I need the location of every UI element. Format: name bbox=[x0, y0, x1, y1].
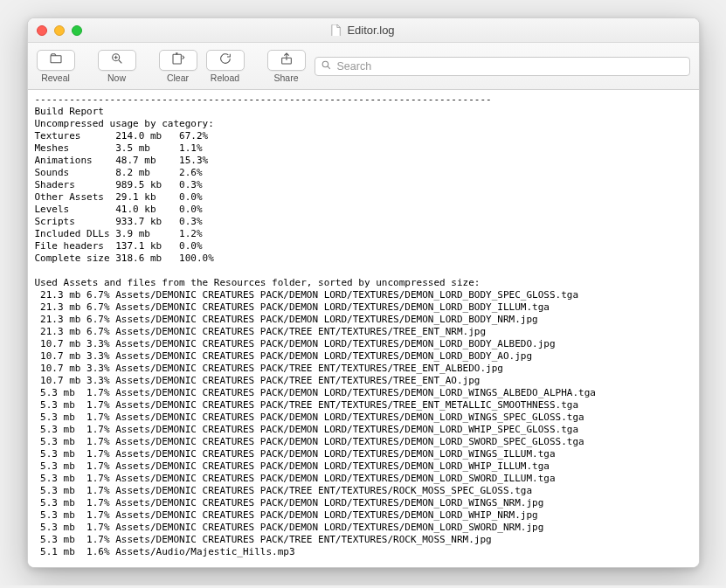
app-window: Editor.log Reveal Now bbox=[27, 17, 700, 568]
search-wrap bbox=[315, 57, 690, 76]
now-button[interactable] bbox=[98, 50, 136, 71]
reveal-label: Reveal bbox=[41, 73, 70, 83]
clear-button[interactable] bbox=[159, 50, 197, 71]
minimize-button[interactable] bbox=[54, 25, 65, 36]
reload-button[interactable] bbox=[206, 50, 245, 71]
close-button[interactable] bbox=[37, 25, 47, 36]
zoom-button[interactable] bbox=[72, 25, 82, 36]
reveal-button[interactable] bbox=[37, 50, 75, 71]
window-title-wrap: Editor.log bbox=[28, 24, 699, 37]
magnifier-plus-icon bbox=[110, 52, 124, 69]
traffic-lights bbox=[28, 25, 82, 36]
clear-icon bbox=[171, 52, 185, 69]
now-group: Now bbox=[98, 50, 136, 83]
svg-point-4 bbox=[322, 61, 328, 67]
reload-label: Reload bbox=[211, 73, 239, 83]
search-input[interactable] bbox=[337, 60, 684, 73]
clear-label: Clear bbox=[167, 73, 189, 83]
share-button[interactable] bbox=[267, 50, 306, 71]
search-icon bbox=[321, 59, 332, 74]
clear-group: Clear bbox=[159, 50, 197, 83]
svg-rect-0 bbox=[51, 55, 61, 62]
titlebar[interactable]: Editor.log bbox=[28, 18, 699, 43]
toolbar: Reveal Now Clear bbox=[28, 43, 699, 90]
now-label: Now bbox=[107, 73, 126, 83]
log-content[interactable]: ----------------------------------------… bbox=[28, 90, 699, 567]
reveal-group: Reveal bbox=[37, 50, 75, 83]
share-label: Share bbox=[273, 73, 298, 83]
share-group: Share bbox=[267, 50, 306, 83]
share-icon bbox=[280, 52, 294, 69]
window-title: Editor.log bbox=[347, 24, 394, 37]
search-field[interactable] bbox=[315, 57, 690, 76]
reload-group: Reload bbox=[206, 50, 245, 83]
reload-icon bbox=[218, 52, 232, 69]
document-icon bbox=[331, 24, 342, 37]
svg-rect-2 bbox=[173, 54, 181, 64]
folder-icon bbox=[49, 52, 63, 69]
